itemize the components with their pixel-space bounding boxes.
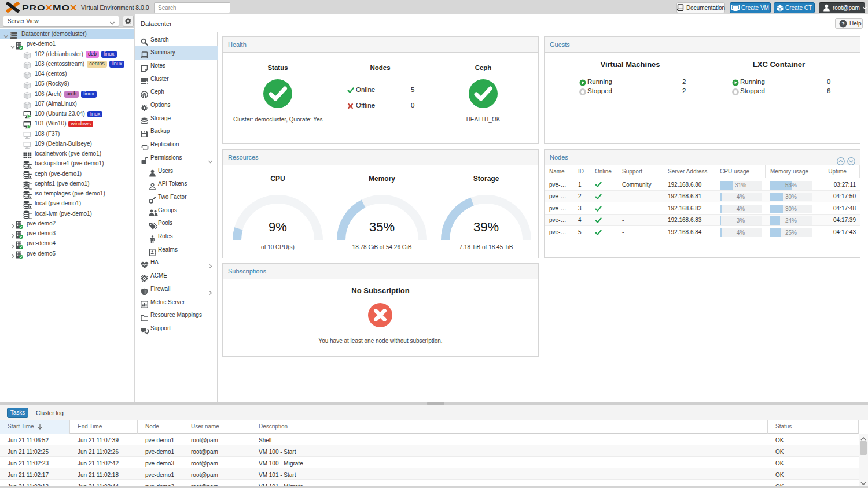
svg-text:?: ? <box>841 20 845 27</box>
